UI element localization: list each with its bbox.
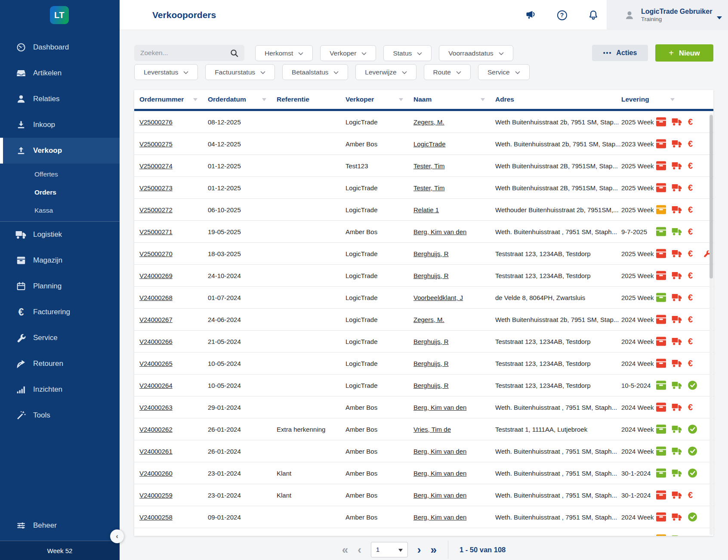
chevron-down-icon [260, 68, 265, 76]
column-header-referentie[interactable]: Referentie [277, 96, 345, 103]
order-number-link[interactable]: V24000264 [139, 382, 208, 389]
order-number-link[interactable]: V25000276 [139, 118, 208, 126]
previous-page-button[interactable]: ‹ [358, 544, 361, 555]
sidebar-subitem-orders[interactable]: Orders [0, 183, 120, 201]
filter-factuurstatus[interactable]: Factuurstatus [205, 64, 275, 80]
user-menu[interactable]: LogicTrade Gebruiker Training [607, 0, 728, 30]
customer-name-link[interactable]: Berg, Kim van den [413, 470, 495, 477]
order-number-link[interactable]: V24000269 [139, 272, 208, 279]
order-number-link[interactable]: V24000262 [139, 426, 208, 433]
announcements-icon[interactable] [521, 0, 540, 30]
order-number-link[interactable]: V25000270 [139, 250, 208, 257]
sidebar-item-magazijn[interactable]: Magazijn [0, 248, 120, 273]
sidebar-item-logistiek[interactable]: Logistiek [0, 222, 120, 248]
customer-name-link[interactable]: Vries, Tim de [413, 426, 495, 433]
payment-status-check-icon [688, 447, 697, 456]
column-label: Verkoper [345, 96, 374, 103]
customer-name-link[interactable]: Berg, Kim van den [413, 492, 495, 499]
first-page-button[interactable]: « [342, 544, 348, 555]
help-icon[interactable]: ? [552, 0, 571, 30]
order-number-link[interactable]: V23000257 [139, 535, 208, 536]
sidebar-item-verkoop[interactable]: Verkoop [0, 138, 120, 164]
customer-name-link[interactable]: Voorbeeldklant, J [413, 294, 495, 301]
column-header-ordernummer[interactable]: Ordernummer [139, 96, 208, 103]
page-select[interactable]: 1 [371, 542, 408, 557]
order-number-link[interactable]: V24000258 [139, 514, 208, 521]
acties-button[interactable]: ••• Acties [592, 45, 648, 61]
order-number-link[interactable]: V24000259 [139, 492, 208, 499]
customer-name-link[interactable]: Berg, Kim van den [413, 514, 495, 521]
order-number-link[interactable]: V24000263 [139, 404, 208, 411]
scrollbar-thumb[interactable] [709, 115, 713, 278]
filter-route[interactable]: Route [424, 64, 471, 80]
column-header-orderdatum[interactable]: Orderdatum [208, 96, 277, 103]
sidebar-item-facturering[interactable]: €Facturering [0, 299, 120, 325]
filter-voorraadstatus[interactable]: Voorraadstatus [439, 45, 513, 61]
column-header-adres[interactable]: Adres [495, 96, 621, 103]
filter-betaalstatus[interactable]: Betaalstatus [282, 64, 348, 80]
customer-name-link[interactable]: Tester, Tim [413, 184, 495, 192]
order-number-link[interactable]: V25000271 [139, 228, 208, 235]
order-number-link[interactable]: V25000274 [139, 162, 208, 170]
more-dots-icon: ••• [603, 50, 612, 56]
sidebar-item-relaties[interactable]: Relaties [0, 86, 120, 112]
sidebar-item-beheer[interactable]: Beheer [0, 513, 120, 538]
next-page-button[interactable]: › [417, 544, 421, 555]
customer-name-link[interactable]: Berg, Kim van den [413, 535, 495, 536]
sidebar-item-dashboard[interactable]: Dashboard [0, 34, 120, 60]
order-number-link[interactable]: V24000260 [139, 470, 208, 477]
filter-leverstatus[interactable]: Leverstatus [134, 64, 198, 80]
order-number-link[interactable]: V25000273 [139, 184, 208, 192]
filter-status[interactable]: Status [383, 45, 432, 61]
column-header-naam[interactable]: Naam [413, 96, 495, 103]
delivery-date: 2025 Week [621, 206, 658, 213]
customer-name-link[interactable]: Berg, Kim van den [413, 228, 495, 235]
sidebar-subitem-offertes[interactable]: Offertes [0, 165, 120, 183]
nieuw-button[interactable]: + Nieuw [655, 44, 713, 62]
notifications-icon[interactable] [584, 0, 603, 30]
filter-leverwijze[interactable]: Leverwijze [355, 64, 416, 80]
logictrade-logo[interactable]: LT [50, 6, 69, 24]
customer-name-link[interactable]: Relatie 1 [413, 206, 495, 213]
order-number-link[interactable]: V24000261 [139, 448, 208, 455]
sidebar-item-artikelen[interactable]: Artikelen [0, 60, 120, 86]
order-address: Weth. Buitenhuisstraat 2b, 7951 SM, Stap… [495, 140, 621, 148]
customer-name-link[interactable]: Berg, Kim van den [413, 404, 495, 411]
customer-name-link[interactable]: Berghuijs, R [413, 360, 495, 367]
sidebar-item-inkoop[interactable]: Inkoop [0, 112, 120, 138]
customer-name-link[interactable]: Tester, Tim [413, 162, 495, 170]
sidebar-item-tools[interactable]: Tools [0, 402, 120, 428]
sidebar-item-retouren[interactable]: Retouren [0, 351, 120, 377]
top-header: Verkooporders ? L [120, 0, 728, 30]
customer-name-link[interactable]: Berg, Kim van den [413, 448, 495, 455]
sidebar-item-service[interactable]: Service [0, 325, 120, 351]
order-number-link[interactable]: V24000266 [139, 338, 208, 345]
last-page-button[interactable]: » [431, 544, 437, 555]
customer-name-link[interactable]: Berghuijs, R [413, 272, 495, 279]
customer-name-link[interactable]: Berghuijs, R [413, 338, 495, 345]
order-number-link[interactable]: V24000267 [139, 316, 208, 323]
sidebar-item-inzichten[interactable]: Inzichten [0, 377, 120, 402]
payment-status-euro-icon: € [688, 161, 693, 170]
sidebar-item-planning[interactable]: Planning [0, 273, 120, 299]
order-number-link[interactable]: V24000265 [139, 360, 208, 367]
filter-verkoper[interactable]: Verkoper [320, 45, 376, 61]
search-input[interactable] [134, 45, 244, 61]
order-number-link[interactable]: V25000275 [139, 140, 208, 148]
column-header-verkoper[interactable]: Verkoper [345, 96, 413, 103]
customer-name-link[interactable]: LogicTrade [413, 140, 495, 148]
filter-service[interactable]: Service [478, 64, 530, 80]
customer-name-link[interactable]: Berghuijs, R [413, 382, 495, 389]
order-number-link[interactable]: V24000268 [139, 294, 208, 301]
main-area: Verkooporders ? L [120, 0, 728, 560]
sidebar-subitem-kassa[interactable]: Kassa [0, 201, 120, 220]
customer-name-link[interactable]: Berghuijs, R [413, 250, 495, 257]
customer-name-link[interactable]: Zegers, M. [413, 118, 495, 126]
filter-herkomst[interactable]: Herkomst [255, 45, 313, 61]
sidebar-collapse-button[interactable]: ‹ [110, 529, 124, 543]
customer-name-link[interactable]: Zegers, M. [413, 316, 495, 323]
order-seller: Amber Bos [345, 404, 413, 411]
column-header-levering[interactable]: Levering [621, 96, 713, 103]
delivery-cell: 10-5-2024 [621, 374, 713, 396]
order-number-link[interactable]: V25000272 [139, 206, 208, 213]
